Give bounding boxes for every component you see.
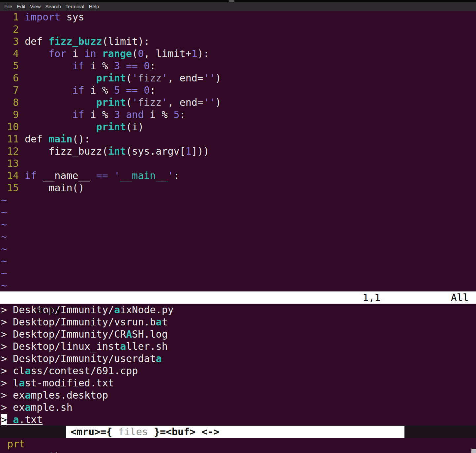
finder-result[interactable]: > Desktop/Immunity/userdata — [0, 352, 476, 365]
line-number: 12 — [1, 145, 19, 157]
code-line[interactable]: 11def main(): — [0, 133, 476, 145]
finder-result[interactable]: > example.sh — [0, 401, 476, 413]
menu-item-file[interactable]: File — [2, 4, 15, 9]
line-number: 11 — [1, 133, 19, 145]
prompt-input-value[interactable]: a — [61, 450, 67, 453]
finder-prompt[interactable]: >>>a — [0, 438, 476, 450]
result-path: Desktop/Immunity/userdata — [7, 353, 162, 364]
result-prefix: > — [1, 402, 7, 413]
finder-result[interactable]: > Desktop/Immunity/CRASH.log — [0, 328, 476, 340]
finder-result[interactable]: > Desktop/Immunity/aixNode.py — [0, 304, 476, 316]
modeline-tabs: <mru>={ files }=<buf> <-> — [66, 426, 404, 438]
menu-item-search[interactable]: Search — [43, 4, 63, 9]
code-line[interactable]: 10 print(i) — [0, 121, 476, 133]
tilde-marker: ~ — [0, 218, 476, 230]
result-path: a.txt — [7, 414, 43, 425]
code-line[interactable]: 2 — [0, 23, 476, 35]
finder-results: > Desktop/Immunity/aixNode.py> Desktop/I… — [0, 304, 476, 426]
line-number: 15 — [1, 182, 19, 194]
menu-item-edit[interactable]: Edit — [15, 4, 28, 9]
result-path: examples.desktop — [7, 389, 108, 401]
code-line[interactable]: 13 — [0, 157, 476, 169]
line-number: 1 — [1, 11, 19, 23]
window-titlebar — [0, 0, 476, 2]
modeline-tab-buf[interactable]: }=<buf> <-> — [154, 426, 220, 438]
code-line[interactable]: 9 if i % 3 and i % 5: — [0, 108, 476, 121]
menu-item-terminal[interactable]: Terminal — [63, 4, 87, 9]
line-number: 13 — [1, 157, 19, 169]
line-number: 2 — [1, 23, 19, 35]
tilde-marker: ~ — [0, 230, 476, 243]
statusline-filename: a.py — [37, 304, 61, 316]
tilde-marker: ~ — [0, 255, 476, 267]
statusline-scroll-position: All — [451, 291, 469, 304]
line-number: 5 — [1, 60, 19, 72]
vim-statusline: a.py 1,1 All — [0, 291, 476, 304]
line-number: 7 — [1, 84, 19, 96]
modeline-tab-files[interactable]: files — [112, 426, 154, 438]
menu-bar: FileEditViewSearchTerminalHelp — [0, 2, 476, 11]
result-prefix: > — [1, 389, 7, 401]
code-line[interactable]: 3def fizz_buzz(limit): — [0, 35, 476, 47]
titlebar-glyph — [229, 0, 234, 2]
code-line[interactable]: 12 fizz_buzz(int(sys.argv[1])) — [0, 145, 476, 157]
result-prefix: > — [1, 377, 7, 389]
tilde-area: ~~~~~~~~ — [0, 194, 476, 291]
code-line[interactable]: 1import sys — [0, 11, 476, 23]
tilde-marker: ~ — [0, 267, 476, 279]
code-line[interactable]: 4 for i in range(0, limit+1): — [0, 47, 476, 60]
code-line[interactable]: 6 print('fizz', end='') — [0, 72, 476, 84]
tilde-marker: ~ — [0, 279, 476, 291]
menu-item-view[interactable]: View — [28, 4, 43, 9]
statusline-ruler: 1,1 — [363, 291, 380, 304]
result-prefix: > — [1, 414, 7, 425]
line-number: 14 — [1, 169, 19, 182]
code-line[interactable]: 15 main() — [0, 182, 476, 194]
code-line[interactable]: 14if __name__ == '__main__': — [0, 169, 476, 182]
line-number: 8 — [1, 96, 19, 108]
finder-result[interactable]: > Desktop/linux_installer.sh — [0, 340, 476, 352]
finder-result[interactable]: > examples.desktop — [0, 389, 476, 401]
result-path: last-modified.txt — [7, 377, 114, 389]
tilde-marker: ~ — [0, 206, 476, 218]
line-number: 3 — [1, 35, 19, 47]
result-path: class/contest/691.cpp — [7, 365, 138, 377]
terminal-window: FileEditViewSearchTerminalHelp 1import s… — [0, 0, 476, 453]
result-prefix: > — [1, 365, 7, 377]
modeline-category: path — [37, 450, 61, 453]
line-number: 4 — [1, 47, 19, 60]
result-path: Desktop/linux_installer.sh — [7, 341, 168, 352]
resize-corner[interactable] — [471, 449, 476, 453]
modeline-tab-mru[interactable]: <mru>={ — [71, 426, 112, 438]
finder-result[interactable]: > class/contest/691.cpp — [0, 365, 476, 377]
finder-modeline: prt path <mru>={ files }=<buf> <-> /home… — [0, 426, 476, 438]
finder-result[interactable]: > last-modified.txt — [0, 377, 476, 389]
code-line[interactable]: 8 print('fizz', end='') — [0, 96, 476, 108]
line-number: 10 — [1, 121, 19, 133]
code-area: 1import sys23def fizz_buzz(limit):4 for … — [0, 11, 476, 194]
tilde-marker: ~ — [0, 194, 476, 206]
finder-result[interactable]: > Desktop/Immunity/vsrun.bat — [0, 316, 476, 328]
line-number: 6 — [1, 72, 19, 84]
modeline-mode: prt — [7, 438, 25, 450]
code-line[interactable]: 5 if i % 3 == 0: — [0, 60, 476, 72]
result-path: example.sh — [7, 402, 73, 413]
tilde-marker: ~ — [0, 243, 476, 255]
menu-item-help[interactable]: Help — [87, 4, 102, 9]
code-line[interactable]: 7 if i % 5 == 0: — [0, 84, 476, 96]
finder-result-selected[interactable]: > a.txt — [0, 413, 476, 426]
result-prefix: > — [1, 353, 7, 364]
vim-editor: 1import sys23def fizz_buzz(limit):4 for … — [0, 11, 476, 450]
line-number: 9 — [1, 108, 19, 121]
